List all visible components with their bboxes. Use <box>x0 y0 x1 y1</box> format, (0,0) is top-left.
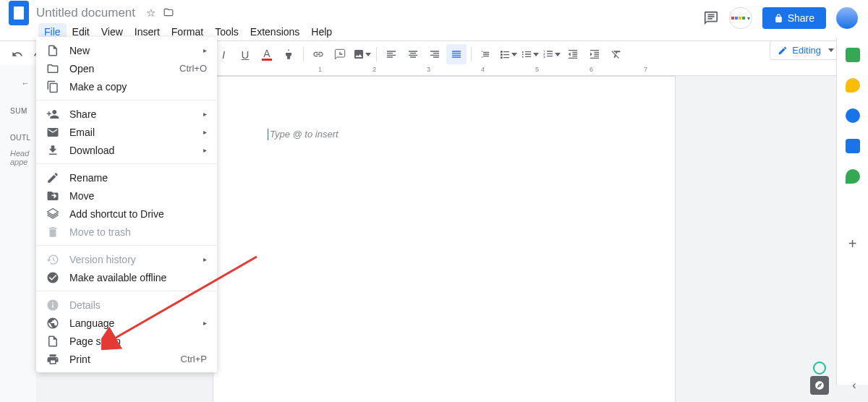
line-spacing-button[interactable] <box>476 44 496 64</box>
grammarly-icon[interactable] <box>813 362 826 375</box>
menu-item-print[interactable]: PrintCtrl+P <box>36 350 217 368</box>
outline-appear-text: appe <box>10 158 26 166</box>
outline-back-button[interactable]: ← <box>14 72 36 94</box>
outline-outline-label: OUTL <box>10 134 26 142</box>
menu-item-email[interactable]: Email▸ <box>36 123 217 141</box>
menu-item-open[interactable]: OpenCtrl+O <box>36 59 217 77</box>
share-button[interactable]: Share <box>762 7 826 29</box>
explore-button[interactable] <box>810 376 829 395</box>
text-cursor <box>268 129 268 140</box>
insert-placeholder: Type @ to insert <box>270 129 339 140</box>
insert-image-button[interactable] <box>352 44 372 64</box>
move-folder-icon[interactable] <box>163 7 174 20</box>
docs-logo-icon[interactable] <box>9 1 29 25</box>
align-left-button[interactable] <box>381 44 401 64</box>
underline-button[interactable]: U <box>235 44 255 64</box>
menu-item-add-shortcut[interactable]: Add shortcut to Drive <box>36 205 217 223</box>
keep-sideicon[interactable] <box>846 78 860 93</box>
menu-item-new[interactable]: New▸ <box>36 41 217 59</box>
menu-item-download[interactable]: Download▸ <box>36 141 217 159</box>
text-color-button[interactable]: A <box>257 44 277 64</box>
align-right-button[interactable] <box>425 44 445 64</box>
indent-increase-button[interactable] <box>584 44 605 64</box>
menu-help[interactable]: Help <box>305 23 338 40</box>
bullet-list-button[interactable] <box>519 44 540 64</box>
maps-sideicon[interactable] <box>846 169 860 184</box>
outline-summary-label: SUM <box>10 107 26 115</box>
document-page[interactable]: Type @ to insert <box>213 76 676 402</box>
menu-item-page-setup[interactable]: Page setup <box>36 332 217 350</box>
file-menu-dropdown: New▸ OpenCtrl+O Make a copy Share▸ Email… <box>36 37 217 372</box>
mode-editing-button[interactable]: Editing <box>770 40 841 60</box>
undo-button[interactable] <box>7 44 27 64</box>
align-justify-button[interactable] <box>446 44 467 64</box>
menu-item-version-history: Version history▸ <box>36 250 217 268</box>
tasks-sideicon[interactable] <box>846 108 860 123</box>
menu-item-language[interactable]: Language▸ <box>36 314 217 332</box>
account-avatar[interactable] <box>836 7 858 29</box>
menu-extensions[interactable]: Extensions <box>244 23 305 40</box>
show-side-panel-button[interactable]: ‹ <box>843 376 865 395</box>
star-icon[interactable]: ☆ <box>146 7 156 20</box>
comment-history-icon[interactable] <box>703 10 719 26</box>
menu-item-offline[interactable]: Make available offline <box>36 268 217 286</box>
menu-item-move[interactable]: Move <box>36 187 217 205</box>
menu-item-share[interactable]: Share▸ <box>36 105 217 123</box>
meet-icon[interactable]: ▾ <box>729 7 752 29</box>
clear-formatting-button[interactable] <box>606 44 626 64</box>
addons-plus-icon[interactable]: + <box>848 236 857 252</box>
insert-link-button[interactable] <box>308 44 328 64</box>
insert-comment-button[interactable] <box>330 44 350 64</box>
document-title[interactable]: Untitled document <box>36 6 135 20</box>
menu-item-details: Details <box>36 296 217 314</box>
menu-item-make-copy[interactable]: Make a copy <box>36 77 217 95</box>
highlight-button[interactable] <box>278 44 299 64</box>
indent-decrease-button[interactable] <box>563 44 583 64</box>
checklist-button[interactable] <box>498 44 518 64</box>
outline-headings-text: Head <box>10 149 26 158</box>
menu-item-move-trash: Move to trash <box>36 223 217 241</box>
numbered-list-button[interactable] <box>541 44 561 64</box>
contacts-sideicon[interactable] <box>846 139 860 153</box>
align-center-button[interactable] <box>403 44 423 64</box>
share-label: Share <box>788 12 814 24</box>
menu-item-rename[interactable]: Rename <box>36 168 217 187</box>
calendar-sideicon[interactable] <box>846 48 860 62</box>
